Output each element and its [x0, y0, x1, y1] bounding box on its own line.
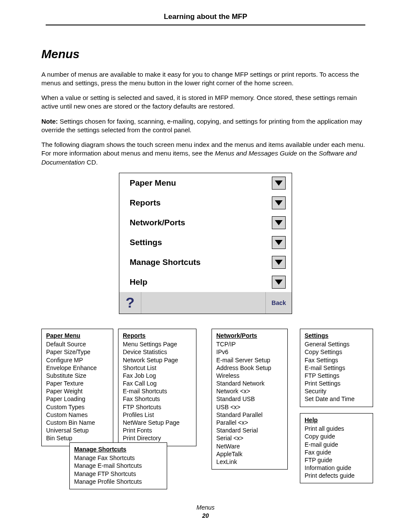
menu-row-settings[interactable]: Settings	[119, 233, 292, 252]
menu-label: Paper Menu	[130, 177, 176, 189]
list-item: FTP Shortcuts	[123, 403, 192, 411]
chevron-down-icon	[275, 280, 283, 285]
list-item: Profiles List	[123, 411, 192, 419]
list-item: Manage Profile Shortcuts	[74, 478, 162, 485]
box-help: Help Print all guides Copy guide E-mail …	[300, 413, 373, 484]
box-settings: Settings General Settings Copy Settings …	[300, 329, 373, 407]
list-item: Device Statistics	[123, 348, 192, 356]
list-item: Network Setup Page	[123, 356, 192, 364]
paragraph: When a value or setting is selected and …	[41, 93, 370, 111]
list-item: Copy Settings	[305, 348, 368, 356]
list-item: Print Directory	[123, 434, 192, 442]
list-item: Bin Setup	[46, 434, 109, 442]
menu-label: Manage Shortcuts	[130, 257, 201, 268]
list-item: Standard USB	[216, 395, 283, 403]
paragraph: A number of menus are available to make …	[41, 70, 370, 88]
bottom-bar: ? Back	[119, 292, 292, 314]
box-paper-menu: Paper Menu Default Source Paper Size/Typ…	[41, 329, 113, 446]
list-item: Default Source	[46, 340, 109, 348]
list-item: Parallel <x>	[216, 419, 283, 426]
list-item: AppleTalk	[216, 450, 283, 458]
question-icon: ?	[126, 293, 135, 313]
chevron-down-icon	[275, 220, 283, 225]
list-item: E-mail Shortcuts	[123, 387, 192, 395]
menu-label: Reports	[130, 197, 161, 208]
list-item: Standard Parallel	[216, 411, 283, 419]
list-item: General Settings	[305, 340, 368, 348]
list-item: Custom Bin Name	[46, 419, 109, 426]
list-item: NetWare	[216, 442, 283, 450]
expand-button[interactable]	[272, 196, 286, 209]
list-item: Standard Serial	[216, 426, 283, 434]
chevron-down-icon	[275, 200, 283, 205]
footer-page-number: 20	[0, 512, 411, 520]
menu-label: Network/Ports	[130, 217, 185, 228]
list-item: Manage FTP Shortcuts	[74, 470, 162, 478]
list-item: Serial <x>	[216, 434, 283, 442]
menu-label: Settings	[130, 237, 162, 248]
list-item: FTP Settings	[305, 372, 368, 380]
chevron-down-icon	[275, 260, 283, 265]
note-text: Settings chosen for faxing, scanning, e-…	[41, 118, 362, 134]
chevron-down-icon	[275, 180, 283, 186]
menu-row-paper[interactable]: Paper Menu	[119, 173, 292, 193]
expand-button[interactable]	[272, 177, 286, 190]
list-item: Print all guides	[305, 425, 368, 432]
list-item: Universal Setup	[46, 426, 109, 434]
list-item: Set Date and Time	[305, 395, 368, 403]
list-item: IPv6	[216, 348, 283, 356]
list-item: Wireless	[216, 372, 283, 380]
paragraph: The following diagram shows the touch sc…	[41, 140, 370, 167]
menu-index-grid: Paper Menu Default Source Paper Size/Typ…	[41, 329, 370, 497]
box-title: Network/Ports	[216, 332, 283, 339]
list-item: E-mail guide	[305, 441, 368, 448]
list-item: Paper Weight	[46, 387, 109, 395]
list-item: Shortcut List	[123, 364, 192, 372]
list-item: Network <x>	[216, 387, 283, 395]
list-item: FTP guide	[305, 456, 368, 464]
back-button[interactable]: Back	[265, 292, 292, 314]
footer-title: Menus	[0, 504, 411, 512]
expand-button[interactable]	[272, 256, 286, 269]
touchscreen-figure: Paper Menu Reports Network/Ports Setting…	[119, 173, 292, 314]
list-item: NetWare Setup Page	[123, 419, 192, 426]
note-label: Note:	[41, 118, 58, 125]
box-manage-shortcuts: Manage Shortcuts Manage Fax Shortcuts Ma…	[69, 442, 167, 489]
list-item: Manage E-mail Shortcuts	[74, 462, 162, 470]
list-item: Paper Size/Type	[46, 348, 109, 356]
list-item: Information guide	[305, 464, 368, 472]
list-item: Fax guide	[305, 448, 368, 456]
list-item: TCP/IP	[216, 340, 283, 348]
list-item: Menu Settings Page	[123, 340, 192, 348]
box-network-ports: Network/Ports TCP/IP IPv6 E-mail Server …	[212, 329, 288, 470]
box-reports: Reports Menu Settings Page Device Statis…	[118, 329, 196, 446]
back-label: Back	[271, 299, 286, 307]
expand-button[interactable]	[272, 276, 286, 289]
list-item: Address Book Setup	[216, 364, 283, 372]
list-item: USB <x>	[216, 403, 283, 411]
list-item: Print Fonts	[123, 426, 192, 434]
menu-row-reports[interactable]: Reports	[119, 193, 292, 213]
box-title: Manage Shortcuts	[74, 445, 162, 453]
section-title: Menus	[41, 46, 370, 62]
list-item: Envelope Enhance	[46, 364, 109, 372]
help-button[interactable]: ?	[119, 292, 141, 314]
list-item: E-mail Settings	[305, 364, 368, 372]
list-item: Fax Settings	[305, 356, 368, 364]
text: CD.	[85, 159, 98, 166]
page-footer: Menus 20	[0, 504, 411, 520]
box-title: Reports	[123, 332, 192, 339]
list-item: Fax Job Log	[123, 372, 192, 380]
menu-label: Help	[130, 277, 147, 288]
list-item: Paper Loading	[46, 395, 109, 403]
menu-row-shortcuts[interactable]: Manage Shortcuts	[119, 252, 292, 272]
expand-button[interactable]	[272, 236, 286, 249]
list-item: Print Settings	[305, 380, 368, 387]
text: on the	[297, 149, 319, 157]
expand-button[interactable]	[272, 216, 286, 229]
list-item: Custom Names	[46, 411, 109, 419]
list-item: Copy guide	[305, 432, 368, 440]
menu-row-help[interactable]: Help	[119, 272, 292, 292]
list-item: Configure MP	[46, 356, 109, 364]
menu-row-network[interactable]: Network/Ports	[119, 213, 292, 233]
